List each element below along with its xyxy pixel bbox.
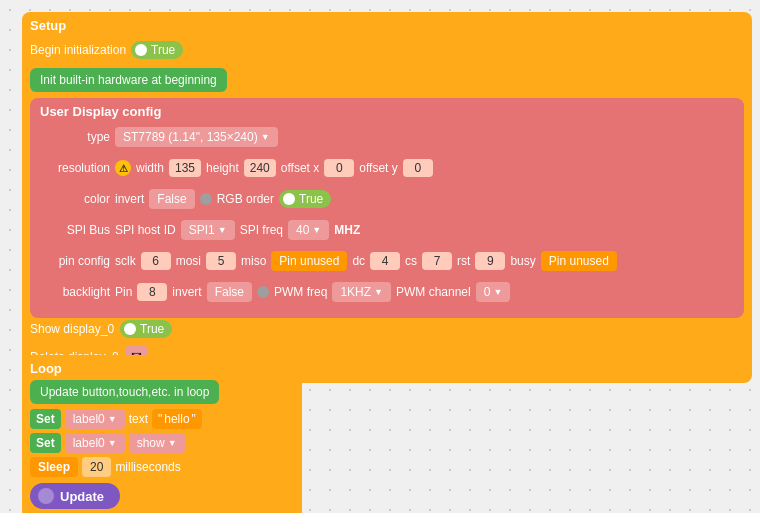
cs-label: cs: [405, 254, 417, 268]
spi-freq-arrow: ▼: [312, 225, 321, 235]
sleep-value[interactable]: 20: [82, 457, 111, 477]
spi-label: SPI Bus: [40, 223, 110, 237]
rgb-toggle-value: True: [299, 192, 323, 206]
type-dropdown[interactable]: ST7789 (1.14", 135×240) ▼: [115, 127, 278, 147]
sleep-row: Sleep 20 milliseconds: [30, 457, 294, 477]
begin-row: Begin initialization True: [30, 37, 744, 63]
ms-label: milliseconds: [115, 460, 180, 474]
set1-dropdown-value: label0: [73, 412, 105, 426]
begin-toggle-dot: [135, 44, 147, 56]
bl-invert-dot: [257, 286, 269, 298]
bl-invert-label: invert: [172, 285, 201, 299]
init-hardware-block: Init built-in hardware at beginning: [30, 68, 227, 92]
set2-dropdown[interactable]: label0 ▼: [65, 433, 125, 453]
update-loop-block: Update button,touch,etc. in loop: [30, 380, 219, 404]
offset-y-label: offset y: [359, 161, 397, 175]
show-display-toggle-value: True: [140, 322, 164, 336]
cs-input[interactable]: 7: [422, 252, 452, 270]
loop-block: Loop Update button,touch,etc. in loop Se…: [22, 355, 302, 513]
setup-label: Setup: [30, 18, 744, 33]
offset-x-label: offset x: [281, 161, 319, 175]
rgb-toggle[interactable]: True: [279, 190, 331, 208]
set2-arrow: ▼: [108, 438, 117, 448]
warn-icon: ⚠: [115, 160, 131, 176]
offset-y-input[interactable]: 0: [403, 159, 433, 177]
begin-toggle[interactable]: True: [131, 41, 183, 59]
setup-block: Setup Begin initialization True Init bui…: [22, 12, 752, 383]
pwm-channel-dropdown[interactable]: 0 ▼: [476, 282, 511, 302]
spi-id-arrow: ▼: [218, 225, 227, 235]
rgb-toggle-dot: [283, 193, 295, 205]
update-button[interactable]: Update: [30, 483, 120, 509]
show-display-toggle[interactable]: True: [120, 320, 172, 338]
set2-keyword: Set: [30, 433, 61, 453]
show-display-label: Show display_0: [30, 322, 114, 336]
resolution-label: resolution: [40, 161, 110, 175]
offset-x-input[interactable]: 0: [324, 159, 354, 177]
pin-config-row: pin config sclk 6 mosi 5 miso Pin unused…: [40, 248, 734, 274]
pwm-freq-arrow: ▼: [374, 287, 383, 297]
pwm-channel-value: 0: [484, 285, 491, 299]
set2-show-dropdown[interactable]: show ▼: [129, 433, 185, 453]
set2-dropdown-value: label0: [73, 436, 105, 450]
dc-input[interactable]: 4: [370, 252, 400, 270]
init-hardware-label: Init built-in hardware at beginning: [40, 73, 217, 87]
spi-freq-label: SPI freq: [240, 223, 283, 237]
show-display-dot: [124, 323, 136, 335]
width-input[interactable]: 135: [169, 159, 201, 177]
begin-label: Begin initialization: [30, 43, 126, 57]
pin-bl-input[interactable]: 8: [137, 283, 167, 301]
mosi-label: mosi: [176, 254, 201, 268]
invert-toggle-dot: [200, 193, 212, 205]
set1-text-label: text: [129, 412, 148, 426]
begin-toggle-value: True: [151, 43, 175, 57]
rst-input[interactable]: 9: [475, 252, 505, 270]
update-btn-dot: [38, 488, 54, 504]
spi-freq-dropdown[interactable]: 40 ▼: [288, 220, 329, 240]
color-row: color invert False RGB order True: [40, 186, 734, 212]
sleep-keyword: Sleep: [30, 457, 78, 477]
update-btn-label: Update: [60, 489, 104, 504]
spi-freq-value: 40: [296, 223, 309, 237]
invert-label: invert: [115, 192, 144, 206]
type-row: type ST7789 (1.14", 135×240) ▼: [40, 124, 734, 150]
pwm-freq-value: 1KHZ: [340, 285, 371, 299]
busy-unused[interactable]: Pin unused: [541, 251, 617, 271]
rgb-order-label: RGB order: [217, 192, 274, 206]
spi-id-dropdown[interactable]: SPI1 ▼: [181, 220, 235, 240]
bl-invert-value: False: [215, 285, 244, 299]
type-label: type: [40, 130, 110, 144]
pwm-channel-arrow: ▼: [493, 287, 502, 297]
loop-label: Loop: [30, 361, 294, 376]
show-display-row: Show display_0 True: [30, 318, 744, 340]
set2-row: Set label0 ▼ show ▼: [30, 433, 294, 453]
set1-quote-right: ": [192, 412, 196, 426]
invert-value: False: [157, 192, 186, 206]
set1-dropdown[interactable]: label0 ▼: [65, 409, 125, 429]
bl-invert-dropdown[interactable]: False: [207, 282, 252, 302]
spi-row: SPI Bus SPI host ID SPI1 ▼ SPI freq 40 ▼…: [40, 217, 734, 243]
pwm-channel-label: PWM channel: [396, 285, 471, 299]
set1-arrow: ▼: [108, 414, 117, 424]
user-display-title: User Display config: [40, 104, 734, 119]
pin-config-label: pin config: [40, 254, 110, 268]
type-dropdown-arrow: ▼: [261, 132, 270, 142]
mosi-input[interactable]: 5: [206, 252, 236, 270]
spi-id-value: SPI1: [189, 223, 215, 237]
width-label: width: [136, 161, 164, 175]
sclk-input[interactable]: 6: [141, 252, 171, 270]
backlight-row: backlight Pin 8 invert False PWM freq 1K…: [40, 279, 734, 305]
invert-dropdown[interactable]: False: [149, 189, 194, 209]
set1-row: Set label0 ▼ text " hello ": [30, 409, 294, 429]
height-input[interactable]: 240: [244, 159, 276, 177]
pwm-freq-dropdown[interactable]: 1KHZ ▼: [332, 282, 391, 302]
sclk-label: sclk: [115, 254, 136, 268]
backlight-label: backlight: [40, 285, 110, 299]
miso-unused[interactable]: Pin unused: [271, 251, 347, 271]
set1-quote-block: " hello ": [152, 409, 202, 429]
pin-bl-label: Pin: [115, 285, 132, 299]
color-label: color: [40, 192, 110, 206]
dc-label: dc: [352, 254, 365, 268]
resolution-row: resolution ⚠ width 135 height 240 offset…: [40, 155, 734, 181]
set2-show-value: show: [137, 436, 165, 450]
